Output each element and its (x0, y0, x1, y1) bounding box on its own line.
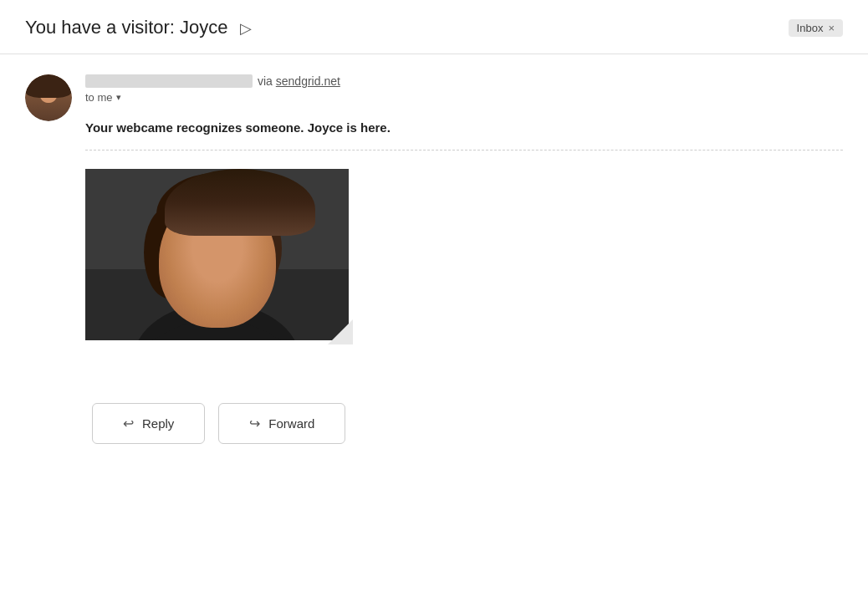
svg-point-13 (193, 249, 200, 256)
webcam-image-container (85, 169, 353, 344)
avatar-column (25, 74, 72, 378)
email-content: Your webcame recognizes someone. Joyce i… (85, 120, 843, 344)
webcam-image (85, 169, 349, 340)
email-body: via sendgrid.net to me ▾ Your webcame re… (0, 54, 868, 378)
email-header: You have a visitor: Joyce ▷ Inbox × (0, 0, 868, 54)
forward-button[interactable]: ↪ Forward (218, 403, 345, 444)
svg-point-6 (144, 207, 194, 298)
to-me-label: to me (85, 91, 113, 104)
to-me-row: to me ▾ (85, 91, 843, 104)
webcam-svg (85, 169, 349, 340)
inbox-label: Inbox (797, 22, 824, 34)
avatar (25, 74, 72, 121)
forward-indicator-icon: ▷ (240, 20, 252, 37)
forward-label: Forward (268, 416, 314, 431)
email-meta-content: via sendgrid.net to me ▾ Your webcame re… (85, 74, 843, 378)
svg-point-9 (188, 246, 205, 259)
svg-point-11 (191, 247, 202, 258)
svg-point-14 (233, 249, 240, 256)
svg-point-7 (240, 211, 282, 286)
inbox-badge[interactable]: Inbox × (789, 19, 843, 37)
svg-point-5 (156, 173, 277, 257)
content-divider (85, 150, 843, 150)
svg-point-10 (228, 246, 245, 259)
svg-point-8 (225, 194, 255, 278)
via-text: via sendgrid.net (258, 74, 340, 88)
svg-rect-1 (85, 169, 349, 269)
reply-icon: ↩ (123, 416, 134, 431)
svg-point-12 (231, 247, 243, 258)
avatar-face (25, 74, 72, 121)
svg-rect-3 (198, 278, 235, 311)
sender-row: via sendgrid.net (85, 74, 843, 88)
subject-text: You have a visitor: Joyce (25, 17, 228, 38)
email-message-text: Your webcame recognizes someone. Joyce i… (85, 120, 843, 135)
sender-name-placeholder (85, 74, 253, 88)
reply-button[interactable]: ↩ Reply (92, 403, 205, 444)
action-buttons: ↩ Reply ↪ Forward (0, 403, 868, 469)
to-me-dropdown-icon[interactable]: ▾ (116, 92, 121, 103)
sender-domain-link[interactable]: sendgrid.net (276, 74, 340, 88)
svg-point-15 (210, 263, 223, 272)
email-subject: You have a visitor: Joyce ▷ (25, 17, 777, 38)
forward-btn-icon: ↪ (249, 416, 260, 431)
svg-point-4 (160, 194, 273, 319)
reply-label: Reply (142, 416, 174, 431)
via-label: via (258, 74, 273, 88)
inbox-close-icon[interactable]: × (828, 22, 835, 34)
